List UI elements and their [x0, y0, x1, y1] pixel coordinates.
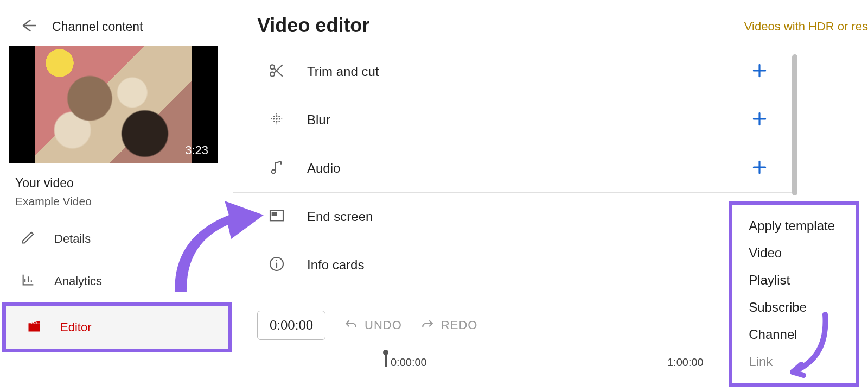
- video-duration: 3:23: [185, 143, 208, 157]
- timeline-tick: 0:00:00: [391, 356, 427, 369]
- svg-point-15: [276, 123, 277, 124]
- svg-point-2: [270, 72, 275, 77]
- scrollbar[interactable]: [792, 54, 797, 195]
- blur-icon: [268, 110, 285, 130]
- end-screen-icon: [268, 207, 285, 226]
- svg-point-3: [276, 118, 277, 119]
- svg-point-13: [281, 118, 282, 119]
- end-screen-dropdown: Apply template Video Playlist Subscribe …: [729, 201, 859, 387]
- svg-point-9: [278, 116, 279, 117]
- svg-point-4: [273, 118, 275, 120]
- annotation-highlight-editor: Editor: [2, 302, 232, 352]
- svg-point-12: [271, 118, 272, 119]
- undo-label: UNDO: [365, 318, 402, 332]
- tool-label: Trim and cut: [307, 64, 379, 79]
- plus-icon[interactable]: [751, 110, 768, 130]
- svg-point-11: [278, 121, 279, 122]
- sidebar: Channel content 3:23 Your video Example …: [0, 0, 233, 391]
- sidebar-item-label: Editor: [60, 320, 91, 335]
- sidebar-item-details[interactable]: Details: [0, 218, 233, 260]
- plus-icon[interactable]: [751, 62, 768, 81]
- undo-icon: [344, 318, 358, 332]
- info-icon: [268, 255, 285, 275]
- clapboard-icon: [27, 318, 42, 337]
- analytics-icon: [21, 272, 36, 291]
- back-arrow-icon[interactable]: [21, 17, 37, 36]
- music-note-icon: [268, 159, 285, 178]
- svg-rect-18: [272, 212, 277, 216]
- svg-point-5: [279, 118, 280, 120]
- redo-label: REDO: [441, 318, 478, 332]
- dropdown-item-video[interactable]: Video: [744, 239, 839, 267]
- hdr-info-link[interactable]: Videos with HDR or res: [744, 14, 868, 34]
- svg-point-6: [276, 115, 278, 117]
- tool-end-screen[interactable]: End screen: [233, 193, 792, 241]
- tool-trim-and-cut[interactable]: Trim and cut: [233, 48, 792, 96]
- svg-point-16: [272, 170, 276, 174]
- tool-audio[interactable]: Audio: [233, 144, 792, 193]
- sidebar-item-label: Analytics: [54, 274, 102, 288]
- your-video-heading: Your video: [15, 176, 218, 191]
- timeline-tick: 1:00:00: [667, 356, 704, 369]
- svg-point-8: [273, 116, 275, 117]
- timeline-playhead[interactable]: [383, 354, 388, 369]
- current-time-input[interactable]: 0:00:00: [257, 311, 326, 340]
- dropdown-item-subscribe[interactable]: Subscribe: [744, 294, 839, 321]
- svg-rect-0: [29, 323, 40, 331]
- sidebar-item-analytics[interactable]: Analytics: [0, 260, 233, 302]
- tool-label: Info cards: [307, 257, 364, 273]
- svg-point-14: [276, 113, 277, 115]
- page-title: Video editor: [257, 14, 369, 37]
- video-title: Example Video: [15, 195, 218, 208]
- tool-label: Audio: [307, 161, 340, 176]
- video-thumbnail[interactable]: 3:23: [9, 46, 218, 163]
- tool-info-cards[interactable]: Info cards: [233, 241, 792, 289]
- tool-label: End screen: [307, 209, 373, 224]
- dropdown-item-link[interactable]: Link: [744, 348, 839, 375]
- tool-label: Blur: [307, 112, 330, 128]
- redo-button[interactable]: REDO: [420, 318, 478, 332]
- svg-point-7: [276, 121, 278, 123]
- dropdown-item-playlist[interactable]: Playlist: [744, 267, 839, 294]
- sidebar-title: Channel content: [52, 20, 143, 34]
- redo-icon: [420, 318, 435, 332]
- sidebar-item-label: Details: [54, 232, 91, 246]
- pencil-icon: [21, 230, 36, 248]
- svg-point-1: [270, 65, 275, 69]
- plus-icon[interactable]: [751, 159, 768, 178]
- tool-blur[interactable]: Blur: [233, 96, 792, 144]
- scissors-icon: [268, 62, 285, 81]
- sidebar-item-editor[interactable]: Editor: [6, 306, 228, 349]
- video-thumbnail-image: [35, 46, 192, 163]
- dropdown-item-apply-template[interactable]: Apply template: [744, 212, 839, 239]
- undo-button[interactable]: UNDO: [344, 318, 402, 332]
- dropdown-item-channel[interactable]: Channel: [744, 321, 839, 348]
- svg-point-10: [273, 121, 275, 122]
